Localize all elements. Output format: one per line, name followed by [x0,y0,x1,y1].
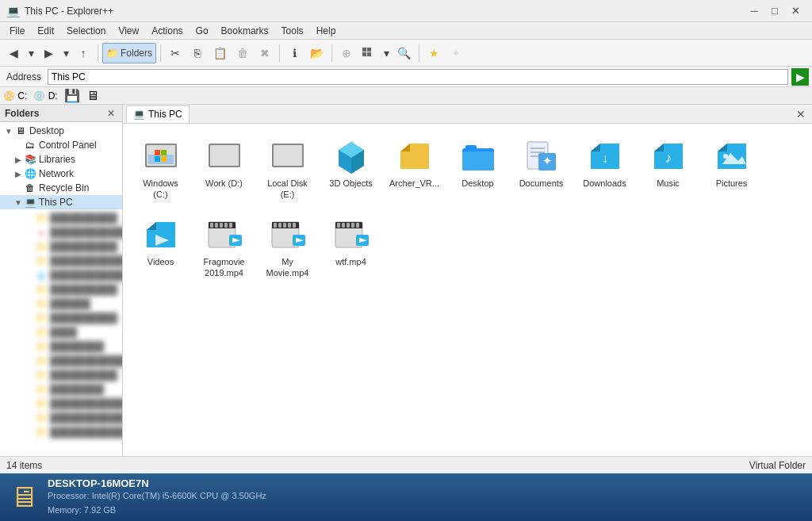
tree-item-blurred-5[interactable]: 💧 ████████████ [0,268,122,282]
tree-item-blurred-13[interactable]: 📁 ████████ [0,382,122,396]
menu-view[interactable]: View [112,24,145,38]
new-tab-button[interactable]: ⊕ [336,43,357,63]
paste-button[interactable]: 📋 [209,43,231,63]
sysinfo-details: DESKTOP-16MOE7N Processor: Intel(R) Core… [48,477,266,517]
delete-button[interactable]: 🗑 [232,43,253,63]
tree-item-blurred-16[interactable]: 📁 ██████████████████ [0,425,122,439]
file-item-desktop[interactable]: Desktop [448,132,508,206]
tree-item-blurred-6[interactable]: 📁 ██████████ [0,282,122,297]
tree-item-blurred-3[interactable]: 📁 ██████████ [0,239,122,254]
this-pc-icon: 💻 [24,196,36,209]
file-item-videos[interactable]: Videos [131,210,190,285]
file-item-3d-objects[interactable]: 3D Objects [321,132,381,206]
folders-button[interactable]: 📁 Folders [102,43,156,63]
wtf-label: wtf.mp4 [335,256,366,267]
address-go-button[interactable]: ▶ [791,68,809,86]
file-item-my-movie[interactable]: My Movie.mp4 [258,210,317,285]
icon-b11: 📁 [35,354,48,367]
3d-objects-icon [332,137,370,175]
tree-item-this-pc[interactable]: ▼ 💻 This PC [0,195,122,209]
minimize-button[interactable]: ─ [744,3,764,19]
tree-item-blurred-11[interactable]: 📁 ████████████ [0,354,122,368]
folders-close-button[interactable]: ✕ [105,107,117,120]
drive-d-item[interactable]: 💿 D: [33,90,57,102]
copy-button[interactable]: ⎘ [187,43,208,63]
content-close-button[interactable]: ✕ [793,107,809,121]
menu-edit[interactable]: Edit [31,24,60,38]
separator-4 [331,44,332,62]
expand-this-pc[interactable]: ▼ [13,197,24,208]
forward-dropdown[interactable]: ▾ [60,43,71,63]
address-input[interactable] [48,69,788,85]
back-dropdown[interactable]: ▾ [25,43,36,63]
expand-control-panel [13,140,24,151]
expand-network[interactable]: ▶ [13,168,24,179]
drive-c-item[interactable]: 📀 C: [3,90,27,102]
label-b9: ████ [50,327,77,338]
libraries-label: Libraries [39,154,75,165]
expand-b8 [24,312,35,324]
file-item-documents[interactable]: ✦ Documents [511,132,571,206]
desktop-label-content: Desktop [462,178,493,189]
menu-bookmarks[interactable]: Bookmarks [215,24,275,38]
drive-bar: 📀 C: 💿 D: 💾 🖥 [0,87,812,105]
close-button[interactable]: ✕ [785,3,806,19]
up-button[interactable]: ↑ [73,43,94,63]
file-item-fragmovie[interactable]: Fragmovie 2019.mp4 [194,210,254,285]
file-item-music[interactable]: ♪ Music [638,132,698,206]
tab-this-pc[interactable]: 💻 This PC [126,105,190,123]
file-item-wtf[interactable]: wtf.mp4 [321,210,381,285]
processor-info: Processor: Intel(R) Core(TM) i5-6600K CP… [48,489,266,504]
file-item-archer-vr[interactable]: Archer_VR... [385,132,444,206]
menu-actions[interactable]: Actions [145,24,189,38]
back-button[interactable]: ◀ [3,43,24,63]
folder-tree[interactable]: ▼ 🖥 Desktop 🗂 Control Panel ▶ 📚 Librarie… [0,122,122,456]
views-dropdown[interactable]: ▾ [381,43,392,63]
forward-button[interactable]: ▶ [38,43,59,63]
views-button[interactable] [358,43,379,63]
cut-button[interactable]: ✂ [165,43,186,63]
tree-item-network[interactable]: ▶ 🌐 Network [0,167,122,181]
expand-b5 [24,270,35,281]
tree-item-blurred-8[interactable]: 📁 ██████████ [0,311,122,325]
file-item-work-d[interactable]: Work (D:) [194,132,254,206]
address-label: Address [3,71,44,82]
expand-desktop[interactable]: ▼ [3,125,14,136]
menu-selection[interactable]: Selection [60,24,112,38]
menu-tools[interactable]: Tools [275,24,310,38]
tree-item-libraries[interactable]: ▶ 📚 Libraries [0,152,122,167]
status-bar: 14 items Virtual Folder [0,456,812,473]
bookmark2-button[interactable]: ✦ [446,43,466,63]
svg-rect-54 [337,223,340,228]
file-item-pictures[interactable]: Pictures [702,132,761,206]
maximize-button[interactable]: □ [764,3,785,19]
tree-item-blurred-9[interactable]: 📁 ████ [0,325,122,339]
tree-item-blurred-1[interactable]: 📁 ██████████ [0,211,122,225]
menu-file[interactable]: File [3,24,31,38]
tree-item-blurred-12[interactable]: 📁 ██████████ [0,368,122,382]
recycle-bin-icon: 🗑 [24,182,36,194]
bookmark1-button[interactable]: ★ [423,43,444,63]
tree-item-blurred-7[interactable]: 📁 ██████ [0,297,122,311]
menu-go[interactable]: Go [190,24,215,38]
tree-item-blurred-10[interactable]: 📁 ████████ [0,339,122,354]
file-item-windows-c[interactable]: Windows (C:) [131,132,190,206]
svg-rect-0 [362,48,366,52]
tree-item-control-panel[interactable]: 🗂 Control Panel [0,138,122,152]
tree-item-blurred-2[interactable]: ● ████████████████ [0,225,122,239]
file-item-local-disk-e[interactable]: Local Disk (E:) [258,132,317,206]
svg-rect-7 [155,150,160,155]
copy-path-button[interactable]: 📂 [306,43,327,63]
tree-item-blurred-4[interactable]: 📁 ████████████ [0,254,122,268]
svg-rect-1 [362,52,366,56]
file-item-downloads[interactable]: ↓ Downloads [575,132,634,206]
delete-perm-button[interactable]: ✖ [255,43,275,63]
properties-button[interactable]: ℹ [284,43,304,63]
tree-item-blurred-15[interactable]: 📁 ████████████ [0,411,122,425]
tree-item-desktop[interactable]: ▼ 🖥 Desktop [0,124,122,138]
filter-button[interactable]: 🔍 [393,43,415,63]
expand-libraries[interactable]: ▶ [13,154,24,165]
tree-item-recycle-bin[interactable]: 🗑 Recycle Bin [0,181,122,195]
tree-item-blurred-14[interactable]: 📁 ██████████████ [0,396,122,411]
menu-help[interactable]: Help [310,24,343,38]
